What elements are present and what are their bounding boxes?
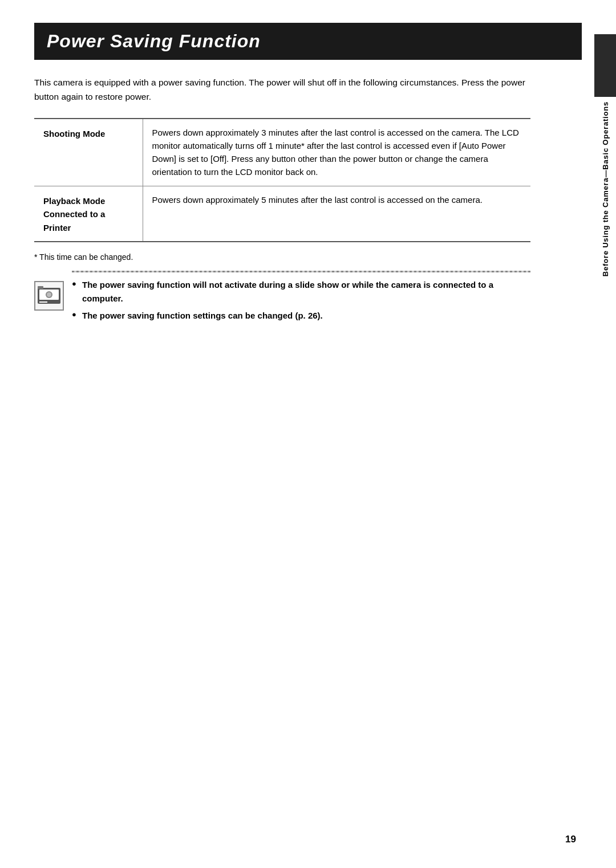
sidebar-text: Before Using the Camera—Basic Operations	[601, 97, 610, 281]
table-cell-label-playback: Playback Mode Connected to a Printer	[34, 186, 143, 242]
page-title: Power Saving Function	[47, 31, 569, 52]
note-bullet-1: The power saving function will not activ…	[72, 278, 530, 305]
page-number: 19	[565, 834, 576, 845]
note-divider	[72, 271, 530, 272]
sidebar-dark-block	[594, 34, 616, 97]
note-box: The power saving function will not activ…	[34, 271, 530, 326]
shooting-mode-label: Shooting Mode	[43, 129, 105, 138]
playback-mode-label: Playback Mode Connected to a Printer	[43, 196, 105, 233]
svg-point-5	[47, 292, 51, 297]
table-row: Playback Mode Connected to a Printer Pow…	[34, 186, 530, 242]
title-bar: Power Saving Function	[34, 23, 582, 60]
table-cell-desc-shooting: Powers down approximately 3 minutes afte…	[143, 119, 530, 186]
note-bullet-2: The power saving function settings can b…	[72, 309, 530, 323]
sidebar-tab: Before Using the Camera—Basic Operations	[594, 34, 616, 376]
note-bullets: The power saving function will not activ…	[72, 278, 530, 323]
svg-rect-3	[38, 286, 43, 289]
footnote: * This time can be changed.	[34, 252, 530, 262]
table-row: Shooting Mode Powers down approximately …	[34, 119, 530, 186]
info-table: Shooting Mode Powers down approximately …	[34, 118, 530, 243]
table-cell-desc-playback: Powers down approximately 5 minutes afte…	[143, 186, 530, 242]
svg-rect-2	[39, 301, 47, 303]
note-icon	[34, 281, 64, 311]
note-content: The power saving function will not activ…	[72, 271, 530, 326]
table-cell-label-shooting: Shooting Mode	[34, 119, 143, 186]
camera-icon	[37, 283, 62, 308]
intro-text: This camera is equipped with a power sav…	[34, 76, 530, 104]
page-container: Power Saving Function This camera is equ…	[0, 0, 616, 868]
